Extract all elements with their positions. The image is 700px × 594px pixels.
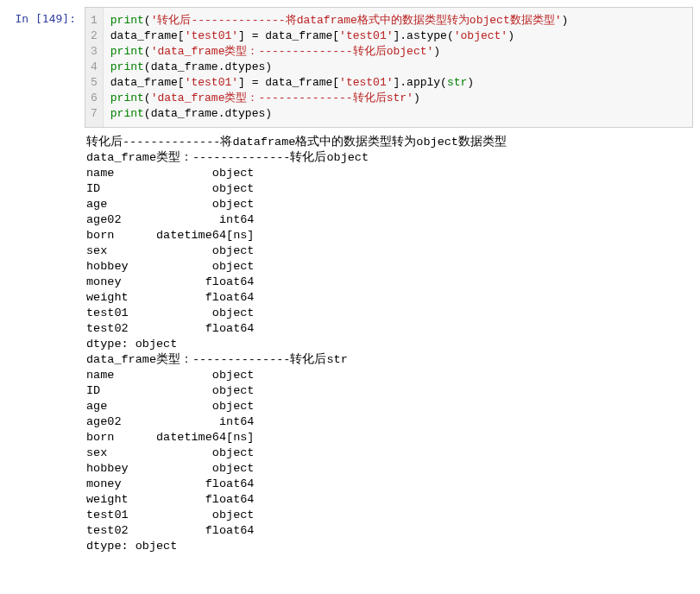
code-line[interactable]: print('转化后--------------将dataframe格式中的数据… <box>110 13 685 28</box>
code-line[interactable]: print('data_frame类型：--------------转化后obj… <box>110 44 685 60</box>
line-number: 6 <box>91 91 98 106</box>
output-area: 转化后--------------将dataframe格式中的数据类型转为obj… <box>85 128 693 561</box>
code-line[interactable]: print('data_frame类型：--------------转化后str… <box>110 91 685 106</box>
line-number: 1 <box>91 13 98 28</box>
line-number: 5 <box>91 75 98 91</box>
code-line[interactable]: print(data_frame.dtypes) <box>110 106 685 122</box>
line-number: 4 <box>91 60 98 75</box>
line-number: 7 <box>91 106 98 122</box>
code-line[interactable]: data_frame['test01'] = data_frame['test0… <box>110 28 685 44</box>
code-cell: In [149]: 1234567 print('转化后------------… <box>7 7 693 128</box>
line-number: 2 <box>91 28 98 44</box>
input-prompt: In [149]: <box>7 7 85 25</box>
code-line[interactable]: data_frame['test01'] = data_frame['test0… <box>110 75 685 91</box>
code-line[interactable]: print(data_frame.dtypes) <box>110 60 685 75</box>
line-gutter: 1234567 <box>85 8 104 127</box>
code-editor[interactable]: 1234567 print('转化后--------------将datafra… <box>85 7 693 128</box>
code-content[interactable]: print('转化后--------------将dataframe格式中的数据… <box>104 8 692 127</box>
line-number: 3 <box>91 44 98 60</box>
